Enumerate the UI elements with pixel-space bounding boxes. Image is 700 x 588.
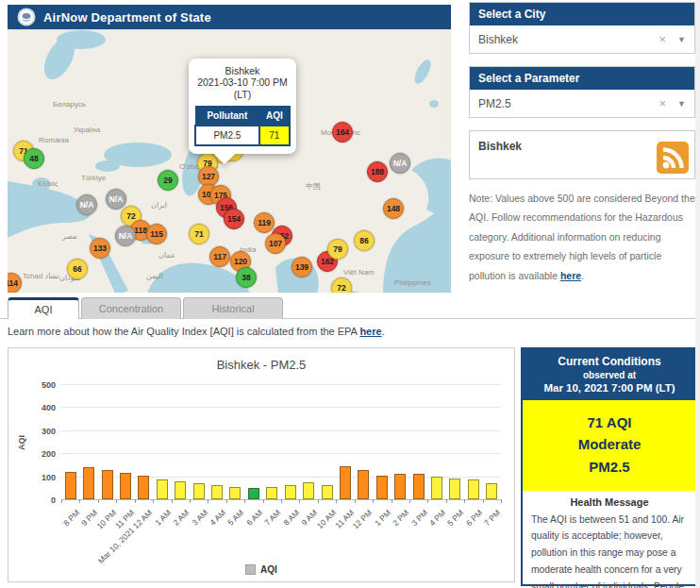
scrollbar[interactable] <box>695 0 700 588</box>
x-tick-mark <box>318 499 319 503</box>
aqi-map[interactable]: БеларусьУкраїнаRomániaTürkiyeΕλλάςКазахс… <box>8 29 451 293</box>
cc-parameter: PM2.5 <box>526 456 692 478</box>
y-tick-label-500: 500 <box>24 380 56 390</box>
x-tick-mark <box>409 499 410 503</box>
x-tick-mark <box>446 499 447 503</box>
aqi-marker-188[interactable]: 188 <box>367 161 388 182</box>
aqi-marker-119[interactable]: 119 <box>254 212 275 233</box>
chevron-down-icon[interactable]: ▼ <box>677 35 686 44</box>
map-country-label: Philippines <box>394 278 431 287</box>
aqi-marker-148[interactable]: 148 <box>383 198 404 219</box>
chart-bar-5-am[interactable] <box>229 487 241 499</box>
chart-bar-10-pm[interactable] <box>102 470 113 499</box>
map-popup: Bishkek 2021-03-10 7:00 PM (LT) Pollutan… <box>189 59 296 154</box>
chart-bar-4-pm[interactable] <box>431 477 442 499</box>
map-country-label: Türkiye <box>81 174 106 182</box>
chart-bar-8-pm[interactable] <box>65 472 76 499</box>
x-tick-mark <box>208 499 208 503</box>
aqi-marker-n-a[interactable]: N/A <box>390 153 410 174</box>
chart-bar-10-am[interactable] <box>322 485 333 499</box>
aqi-marker-107[interactable]: 107 <box>265 233 286 254</box>
aqi-marker-29[interactable]: 29 <box>158 170 178 191</box>
chart-bar-9-am[interactable] <box>303 482 314 499</box>
aqi-marker-115[interactable]: 115 <box>146 224 167 244</box>
x-tick-mark <box>336 499 337 503</box>
clear-icon[interactable]: × <box>658 96 666 110</box>
cc-category: Moderate <box>526 433 692 455</box>
aqi-marker-66[interactable]: 66 <box>67 259 88 279</box>
x-tick-mark <box>427 499 428 503</box>
sidebar: Select a City Bishkek × ▼ Select a Param… <box>469 2 695 285</box>
cc-datetime: Mar 10, 2021 7:00 PM (LT) <box>526 382 692 394</box>
aqi-marker-139[interactable]: 139 <box>292 257 312 277</box>
gridline-500 <box>61 384 501 385</box>
chart-bar-1-pm[interactable] <box>376 476 388 499</box>
aqi-marker-72[interactable]: 72 <box>331 277 352 293</box>
aqi-marker-n-a[interactable]: N/A <box>115 226 136 246</box>
aqi-marker-n-a[interactable]: N/A <box>106 189 126 210</box>
clear-icon[interactable]: × <box>658 32 666 46</box>
aqi-marker-164[interactable]: 164 <box>332 122 353 143</box>
aqi-marker-48[interactable]: 48 <box>24 148 44 169</box>
rss-icon[interactable] <box>657 142 689 174</box>
chart-bar-11-pm[interactable] <box>120 473 131 499</box>
y-tick-label-100: 100 <box>24 473 56 482</box>
chart-bar-5-pm[interactable] <box>449 479 460 499</box>
popup-table: Pollutant AQI PM2.5 71 <box>194 106 291 146</box>
city-select-value: Bishkek <box>478 33 658 46</box>
chart-bar-9-pm[interactable] <box>83 467 94 499</box>
chart-bar-11-am[interactable] <box>340 466 351 499</box>
chart-bar-12-pm[interactable] <box>358 470 369 499</box>
x-tick-mark <box>501 499 502 503</box>
x-tick-mark <box>373 499 374 503</box>
aqi-marker-71[interactable]: 71 <box>189 224 209 244</box>
chart-bar-6-pm[interactable] <box>468 479 479 499</box>
chart-bar-1-am[interactable] <box>157 479 168 499</box>
tab-concentration[interactable]: Concentration <box>81 297 181 319</box>
popup-city: Bishkek <box>194 65 291 76</box>
parameter-select[interactable]: PM2.5 × ▼ <box>470 90 694 117</box>
legend-swatch <box>245 564 256 575</box>
gridline-300 <box>61 430 501 431</box>
x-tick-mark <box>172 499 173 503</box>
chevron-down-icon[interactable]: ▼ <box>677 99 686 109</box>
learn-more-here-link[interactable]: here <box>359 326 381 337</box>
y-tick-label-300: 300 <box>24 427 56 436</box>
x-tick-mark <box>98 499 99 503</box>
city-panel: Select a City Bishkek × ▼ <box>469 2 695 54</box>
tab-historical[interactable]: Historical <box>183 297 283 319</box>
chart-bar-6-am[interactable] <box>248 488 259 499</box>
aqi-marker-86[interactable]: 86 <box>354 230 375 251</box>
chart-bar-3-am[interactable] <box>193 483 205 499</box>
aqi-marker-38[interactable]: 38 <box>236 267 257 288</box>
x-tick-mark <box>153 499 154 503</box>
beyond-aqi-note: Note: Values above 500 are considered Be… <box>469 189 695 285</box>
health-message-section: Health Message The AQI is between 51 and… <box>523 491 696 588</box>
chart-legend[interactable]: AQI <box>8 564 514 575</box>
chart-bar-8-am[interactable] <box>285 485 296 499</box>
aqi-marker-133[interactable]: 133 <box>90 238 110 259</box>
note-here-link[interactable]: here <box>560 270 581 281</box>
chart-bar-2-am[interactable] <box>175 481 186 499</box>
aqi-marker-117[interactable]: 117 <box>209 246 230 267</box>
chart-bar-3-pm[interactable] <box>413 474 425 499</box>
x-tick-mark <box>244 499 245 503</box>
aqi-marker-154[interactable]: 154 <box>224 209 244 229</box>
aqi-marker-n-a[interactable]: N/A <box>76 194 97 215</box>
parameter-panel-header: Select a Parameter <box>470 67 694 90</box>
city-select[interactable]: Bishkek × ▼ <box>470 25 694 53</box>
app-title: AirNow Department of State <box>43 10 211 25</box>
x-tick-mark <box>135 499 136 503</box>
aqi-marker-79[interactable]: 79 <box>327 239 348 260</box>
map-country-label: ایران <box>151 201 167 210</box>
chart-bar-7-am[interactable] <box>266 487 277 499</box>
parameter-select-value: PM2.5 <box>478 97 658 110</box>
chart-bar-4-am[interactable] <box>211 485 223 499</box>
x-tick-mark <box>355 499 356 503</box>
app-header: AirNow Department of State <box>8 5 451 29</box>
tab-aqi[interactable]: AQI <box>8 297 79 319</box>
chart-bar-7-pm[interactable] <box>486 483 497 499</box>
chart-bar-mar-10-2021-12-am[interactable] <box>138 476 149 499</box>
chart-bar-2-pm[interactable] <box>394 474 406 499</box>
y-tick-label-200: 200 <box>24 449 56 459</box>
